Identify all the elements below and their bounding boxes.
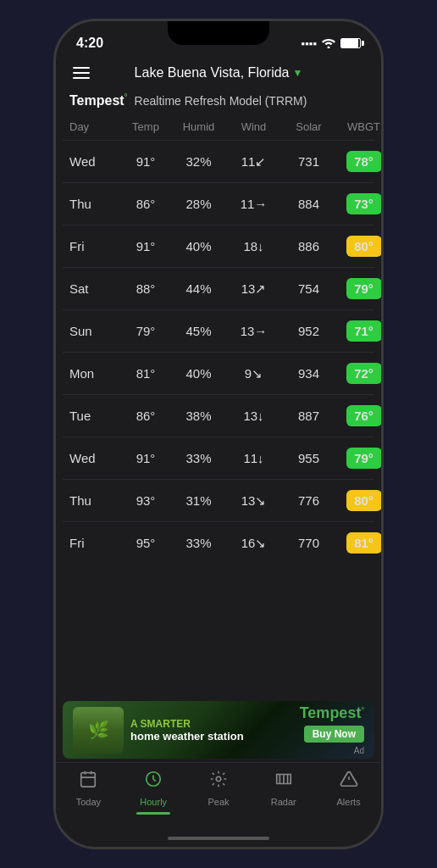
ad-brand: Tempest°	[300, 704, 364, 722]
row-temp: 93°	[120, 493, 171, 508]
brand-subtitle: Realtime Refresh Model (TRRM)	[135, 94, 307, 108]
radar-icon	[274, 770, 293, 793]
row-temp: 86°	[120, 409, 171, 423]
location-text: Lake Buena Vista, Florida	[135, 65, 290, 81]
row-wind: 13→	[226, 324, 281, 338]
svg-point-0	[328, 46, 330, 48]
wbgt-badge: 79°	[346, 448, 382, 469]
col-temp: Temp	[120, 120, 171, 133]
row-wbgt: 81°	[336, 532, 381, 554]
col-day: Day	[69, 120, 120, 133]
ad-text: A SMARTER home weather station	[130, 718, 244, 743]
menu-button[interactable]	[73, 67, 90, 79]
table-row[interactable]: Wed 91° 33% 11↓ 955 79°	[63, 437, 374, 479]
table-row[interactable]: Mon 81° 40% 9↘ 934 72°	[63, 352, 374, 394]
svg-line-12	[223, 783, 224, 785]
row-wbgt: 73°	[336, 193, 381, 214]
status-icons: ▪▪▪▪	[301, 36, 361, 51]
row-solar: 955	[281, 451, 336, 465]
col-wbgt: WBGT	[336, 120, 381, 133]
tab-alerts-label: Alerts	[337, 797, 361, 807]
row-humid: 33%	[171, 451, 226, 465]
ad-right: Tempest° Buy Now Ad	[300, 704, 364, 755]
table-row[interactable]: Sun 79° 45% 13→ 952 71°	[63, 309, 374, 352]
row-wbgt: 76°	[336, 405, 381, 426]
buy-now-button[interactable]: Buy Now	[304, 726, 364, 743]
row-solar: 934	[281, 366, 336, 381]
ad-label: Ad	[354, 746, 364, 755]
row-humid: 33%	[171, 536, 226, 550]
table-row[interactable]: Fri 95° 33% 16↘ 770 81°	[63, 521, 374, 564]
row-temp: 91°	[120, 239, 171, 253]
row-temp: 81°	[120, 366, 171, 381]
table-row[interactable]: Sat 88° 44% 13↗ 754 79°	[63, 267, 374, 309]
notch	[168, 21, 269, 45]
row-wind: 18↓	[226, 239, 281, 253]
row-solar: 952	[281, 324, 336, 338]
row-humid: 45%	[171, 324, 226, 338]
phone-frame: 4:20 ▪▪▪▪ Lake Buena Vista, Florida ▼	[53, 19, 384, 849]
ad-tempest-logo: Tempest°	[300, 704, 364, 722]
tab-today[interactable]: Today	[56, 770, 121, 807]
row-wind: 11↓	[226, 451, 281, 465]
header: Lake Buena Vista, Florida ▼	[56, 58, 381, 87]
svg-line-14	[213, 783, 214, 785]
tab-alerts[interactable]: Alerts	[316, 770, 381, 807]
ad-image: 🌿	[73, 707, 124, 754]
row-temp: 91°	[120, 154, 171, 169]
row-temp: 79°	[120, 324, 171, 338]
row-day: Fri	[69, 536, 120, 550]
weather-table: Day Temp Humid Wind Solar WBGT Wed 91° 3…	[56, 114, 381, 698]
ad-bottom-text: home weather station	[130, 730, 244, 743]
home-indicator	[56, 830, 381, 847]
tab-peak[interactable]: Peak	[186, 770, 252, 807]
ad-banner[interactable]: 🌿 A SMARTER home weather station Tempest…	[63, 701, 374, 759]
row-humid: 31%	[171, 493, 226, 508]
row-solar: 770	[281, 536, 336, 550]
row-wind: 16↘	[226, 536, 281, 551]
tab-hourly-label: Hourly	[140, 797, 167, 807]
table-row[interactable]: Wed 91° 32% 11↙ 731 78°	[63, 140, 374, 182]
wbgt-badge: 76°	[346, 405, 382, 426]
wbgt-badge: 78°	[346, 151, 382, 172]
table-header-row: Day Temp Humid Wind Solar WBGT	[63, 114, 374, 140]
table-row[interactable]: Thu 93° 31% 13↘ 776 80°	[63, 479, 374, 521]
row-day: Fri	[69, 239, 120, 253]
tab-radar[interactable]: Radar	[251, 770, 316, 807]
status-time: 4:20	[76, 36, 103, 51]
row-day: Mon	[69, 366, 120, 381]
row-temp: 88°	[120, 281, 171, 296]
row-wbgt: 79°	[336, 278, 381, 299]
row-wbgt: 80°	[336, 490, 381, 511]
row-wind: 11→	[226, 197, 281, 211]
wbgt-badge: 80°	[346, 236, 382, 257]
row-humid: 28%	[171, 197, 226, 211]
tab-bar: Today Hourly Peak	[56, 762, 381, 830]
tab-hourly[interactable]: Hourly	[121, 770, 186, 815]
row-solar: 887	[281, 409, 336, 423]
location-title[interactable]: Lake Buena Vista, Florida ▼	[135, 65, 303, 81]
table-row[interactable]: Thu 86° 28% 11→ 884 73°	[63, 182, 374, 225]
ad-left: 🌿 A SMARTER home weather station	[73, 707, 244, 754]
row-wind: 11↙	[226, 154, 281, 170]
svg-rect-1	[81, 773, 96, 787]
menu-line-2	[73, 72, 90, 74]
wbgt-badge: 79°	[346, 278, 382, 299]
row-humid: 38%	[171, 409, 226, 423]
row-humid: 40%	[171, 366, 226, 381]
row-solar: 886	[281, 239, 336, 253]
table-row[interactable]: Fri 91° 40% 18↓ 886 80°	[63, 225, 374, 267]
menu-line-1	[73, 67, 90, 69]
row-wbgt: 72°	[336, 363, 381, 384]
row-day: Wed	[69, 451, 120, 465]
col-wind: Wind	[226, 120, 281, 133]
tab-peak-label: Peak	[207, 797, 229, 807]
row-day: Thu	[69, 493, 120, 508]
col-solar: Solar	[281, 120, 336, 133]
row-day: Tue	[69, 409, 120, 423]
row-wind: 13↘	[226, 493, 281, 509]
wbgt-badge: 72°	[346, 363, 382, 384]
row-temp: 86°	[120, 197, 171, 211]
table-row[interactable]: Tue 86° 38% 13↓ 887 76°	[63, 394, 374, 437]
ad-top-text: A SMARTER	[130, 718, 244, 730]
